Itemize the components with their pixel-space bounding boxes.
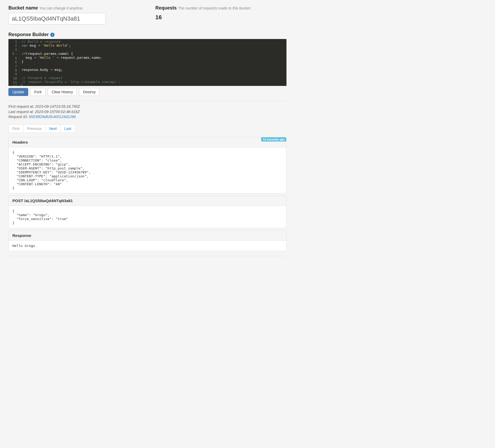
bucket-name-hint: You can change it anytime. [39, 6, 83, 10]
bucket-name-input[interactable] [8, 13, 106, 25]
last-request-value: 2023-09-15T00:02:48.616Z [35, 110, 80, 114]
request-id-label: Request ID: [8, 115, 29, 119]
response-panel-heading: Response [9, 231, 286, 241]
pager-previous: Previous [23, 124, 45, 133]
request-meta: First request at: 2023-09-14T23:55:18.79… [8, 104, 286, 120]
headers-body: { "VERSION": "HTTP/1.1", "CONNECTION": "… [9, 147, 286, 193]
requests-heading: Requests The number of requests made to … [155, 5, 286, 11]
pager-first: First [8, 124, 23, 133]
requests-hint: The number of requests made to this buck… [178, 6, 251, 10]
editor-gutter: 123456789101112 [8, 39, 19, 86]
headers-panel-heading: Headers 13 seconds ago [9, 137, 286, 147]
headers-panel: Headers 13 seconds ago { "VERSION": "HTT… [8, 137, 286, 193]
time-ago-badge: 13 seconds ago [261, 137, 286, 142]
response-panel-title: Response [12, 233, 31, 238]
response-builder-title: Response Builder [8, 32, 49, 37]
editor-code[interactable]: // Build a response var msg = 'Hello Wor… [19, 39, 286, 86]
pager: First Previous Next Last [8, 124, 75, 133]
divider [8, 101, 286, 101]
response-builder-heading: Response Builder i [8, 32, 286, 37]
bucket-name-heading: Bucket name You can change it anytime. [8, 5, 140, 11]
info-icon[interactable]: i [50, 33, 55, 37]
first-request-label: First request at: [8, 104, 35, 109]
headers-panel-title: Headers [12, 140, 28, 144]
request-panel-heading: POST /aL1QS5IbaQd4NTqN3a81 [9, 196, 286, 206]
fork-button[interactable]: Fork [30, 88, 46, 96]
requests-title: Requests [155, 5, 177, 11]
clear-history-button[interactable]: Clear History [48, 88, 77, 96]
destroy-button[interactable]: Destroy [79, 88, 100, 96]
requests-count: 16 [155, 14, 286, 21]
code-editor[interactable]: 123456789101112 // Build a response var … [8, 39, 286, 86]
request-panel: POST /aL1QS5IbaQd4NTqN3a81 { "name": "Gr… [8, 196, 286, 228]
bucket-name-title: Bucket name [8, 5, 38, 11]
response-panel: Response Hello Grogu [8, 230, 286, 251]
pager-next[interactable]: Next [45, 124, 61, 133]
divider-bottom [8, 256, 286, 256]
editor-cursor [22, 84, 22, 86]
pager-last[interactable]: Last [60, 124, 75, 133]
response-body: Hello Grogu [9, 241, 286, 251]
request-body: { "name": "Grogu", "force_sensitive": "t… [9, 206, 286, 228]
request-id-link[interactable]: 65039f28d62fc400126d1286 [29, 115, 76, 119]
update-button[interactable]: Update [8, 88, 28, 96]
last-request-label: Last request at: [8, 110, 35, 114]
request-panel-title: POST /aL1QS5IbaQd4NTqN3a81 [12, 198, 73, 203]
first-request-value: 2023-09-14T23:55:18.795Z [35, 104, 80, 109]
